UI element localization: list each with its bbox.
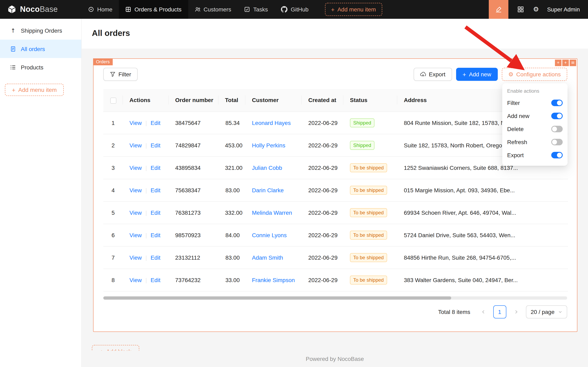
menu-item-export[interactable]: Export [507, 149, 563, 162]
status-cell: To be shipped [344, 246, 397, 269]
sidebar-item-all-orders[interactable]: All orders [0, 40, 81, 58]
home-icon [88, 7, 94, 12]
nav-item-customers[interactable]: Customers [188, 0, 238, 19]
menu-title: Enable actions [507, 87, 563, 96]
status-badge: To be shipped [350, 208, 387, 217]
pagination: Total 8 items 1 20 / page [103, 305, 567, 318]
total-cell: 453.00 [218, 134, 245, 156]
nav-item-tasks[interactable]: Tasks [238, 0, 274, 19]
sidebar: ↑ Shipping Orders All orders Products + … [0, 19, 82, 367]
edit-link[interactable]: Edit [151, 232, 160, 238]
nav-item-orders-products[interactable]: Orders & Products [119, 0, 188, 19]
action-divider: | [145, 164, 147, 171]
export-toggle[interactable] [551, 152, 563, 158]
edit-link[interactable]: Edit [151, 119, 160, 126]
view-link[interactable]: View [129, 209, 142, 216]
customer-link[interactable]: Adam Smith [252, 254, 283, 261]
view-link[interactable]: View [129, 119, 142, 126]
row-index: 7 [103, 246, 123, 269]
edit-link[interactable]: Edit [151, 276, 160, 283]
page-size-value: 20 / page [531, 309, 554, 315]
customer-cell: Leonard Hayes [245, 111, 302, 134]
export-button[interactable]: Export [414, 68, 452, 81]
nav-item-label: Tasks [253, 6, 268, 13]
menu-item-refresh[interactable]: Refresh [507, 135, 563, 149]
customer-link[interactable]: Melinda Warren [252, 209, 292, 216]
row-index: 8 [103, 269, 123, 291]
view-link[interactable]: View [129, 254, 142, 261]
prev-page-button[interactable] [477, 305, 490, 318]
sidebar-item-products[interactable]: Products [0, 58, 81, 76]
edit-link[interactable]: Edit [151, 142, 160, 148]
settings-button[interactable]: ⚙ [533, 6, 539, 13]
next-page-button[interactable] [509, 305, 522, 318]
nocobase-logo[interactable]: NocoBase [0, 5, 82, 14]
add-new-toggle[interactable] [551, 113, 563, 119]
page-1-button[interactable]: 1 [493, 305, 506, 318]
sidebar-item-shipping-orders[interactable]: ↑ Shipping Orders [0, 21, 81, 40]
add-new-label: Add new [469, 71, 491, 78]
filter-label: Filter [118, 71, 131, 78]
user-menu[interactable]: Super Admin [547, 6, 580, 13]
main-menu: Home Orders & Products Customers Tasks [82, 0, 315, 19]
app-viewport: NocoBase Home Orders & Products Customer… [0, 0, 588, 367]
delete-toggle[interactable] [551, 126, 563, 132]
add-new-button[interactable]: + Add new [456, 68, 498, 81]
sidebar-item-label: Shipping Orders [21, 27, 62, 34]
customer-link[interactable]: Leonard Hayes [252, 119, 291, 126]
chevron-left-icon [481, 309, 486, 314]
filter-button[interactable]: Filter [103, 68, 138, 81]
customer-link[interactable]: Connie Lyons [252, 232, 287, 238]
table-toolbar: Filter Export + Add new ⚙ [93, 59, 577, 81]
menu-item-label: Export [507, 152, 524, 158]
nav-item-github[interactable]: GitHub [274, 0, 315, 19]
plugin-manager-button[interactable] [518, 6, 524, 13]
status-badge: To be shipped [350, 163, 387, 172]
row-actions: View|Edit [123, 134, 169, 156]
customer-link[interactable]: Frankie Simpson [252, 276, 295, 283]
view-link[interactable]: View [129, 187, 142, 193]
menu-item-label: Delete [507, 126, 524, 132]
ui-editor-button[interactable] [489, 0, 509, 19]
filter-icon [110, 71, 116, 77]
total-cell: 85.34 [218, 111, 245, 134]
add-block-above-icon[interactable]: + [555, 60, 562, 66]
status-cell: To be shipped [344, 156, 397, 179]
view-link[interactable]: View [129, 232, 142, 238]
nav-item-home[interactable]: Home [82, 0, 119, 19]
export-icon [420, 71, 426, 77]
navbar-add-menu-item-button[interactable]: + Add menu item [325, 3, 382, 16]
menu-item-filter[interactable]: Filter [507, 96, 563, 109]
row-actions: View|Edit [123, 246, 169, 269]
customer-cell: Melinda Warren [245, 201, 302, 224]
customer-link[interactable]: Holly Perkins [252, 142, 285, 148]
select-all-checkbox[interactable] [110, 97, 116, 103]
nav-item-label: Orders & Products [134, 6, 182, 13]
view-link[interactable]: View [129, 142, 142, 148]
scrollbar-thumb[interactable] [103, 296, 451, 300]
menu-item-add-new[interactable]: Add new [507, 109, 563, 123]
filter-toggle[interactable] [551, 100, 563, 106]
highlighter-icon [496, 6, 502, 13]
add-column-icon[interactable]: + [562, 60, 569, 66]
order-number-cell: 23132112 [169, 246, 218, 269]
view-link[interactable]: View [129, 164, 142, 171]
view-link[interactable]: View [129, 276, 142, 283]
refresh-toggle[interactable] [551, 139, 563, 145]
edit-link[interactable]: Edit [151, 187, 160, 193]
customer-link[interactable]: Darin Clarke [252, 187, 284, 193]
edit-link[interactable]: Edit [151, 254, 160, 261]
table-header-row: Actions Order number Total Customer Crea… [103, 89, 568, 111]
edit-link[interactable]: Edit [151, 209, 160, 216]
created-at-cell: 2022-06-29 [302, 269, 344, 291]
edit-link[interactable]: Edit [151, 164, 160, 171]
add-block-button[interactable]: + Add block [92, 345, 139, 351]
configure-actions-button[interactable]: ⚙ Configure actions [502, 68, 567, 81]
table-row: 1 View|Edit 38475647 85.34 Leonard Hayes… [103, 111, 568, 134]
drag-menu-icon[interactable]: ≡ [570, 60, 576, 66]
page-size-select[interactable]: 20 / page [526, 305, 567, 318]
sidebar-add-menu-item-button[interactable]: + Add menu item [5, 84, 64, 96]
customer-link[interactable]: Julian Cobb [252, 164, 282, 171]
menu-item-delete[interactable]: Delete [507, 123, 563, 135]
total-cell: 321.00 [218, 156, 245, 179]
